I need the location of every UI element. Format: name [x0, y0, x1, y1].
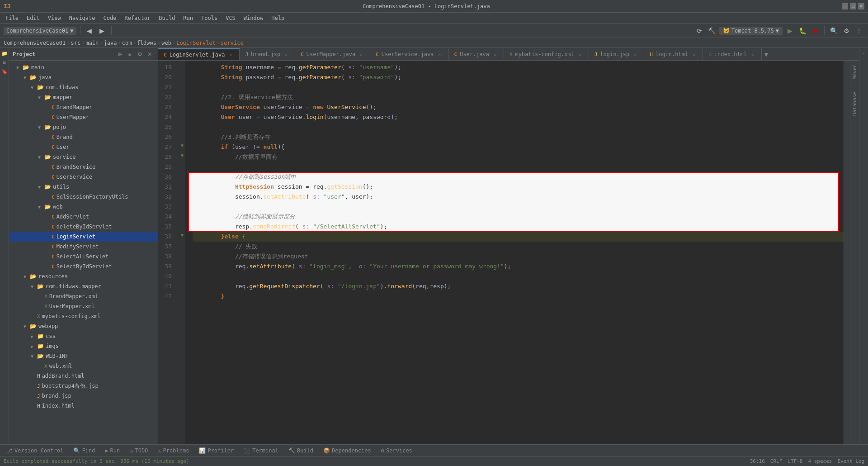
tree-selectallservlet[interactable]: ▶ C SelectAllServlet [9, 252, 158, 262]
tree-brand-jsp[interactable]: ▶ J brand.jsp [9, 391, 158, 401]
tree-brandservice[interactable]: ▶ C BrandService [9, 162, 158, 172]
bottom-tab-find[interactable]: 🔍 Find [69, 446, 99, 456]
tree-mybatis-config[interactable]: ▶ X mybatis-config.xml [9, 311, 158, 321]
tree-imgs[interactable]: ▶ 📁 imgs [9, 341, 158, 351]
database-label[interactable]: Database [852, 90, 858, 118]
tab-login-jsp[interactable]: J login.jsp ✕ [589, 48, 645, 60]
tab-mybatis[interactable]: X mybatis-config.xml ✕ [504, 48, 589, 60]
panel-collapse-button[interactable]: ≡ [125, 50, 134, 59]
tab-close-userservice[interactable]: ✕ [436, 51, 443, 57]
project-icon[interactable]: 📁 [1, 50, 8, 57]
tree-bootstrap4-jsp[interactable]: ▶ J bootstrap4备份.jsp [9, 381, 158, 391]
tab-close-login-jsp[interactable]: ✕ [632, 51, 638, 57]
tab-close-user[interactable]: ✕ [492, 51, 498, 57]
tree-main[interactable]: ▼ 📂 main [9, 62, 158, 72]
breadcrumb-fldwws[interactable]: fldwws [137, 40, 156, 46]
breadcrumb-web[interactable]: web [161, 40, 171, 46]
tree-sqlsessionfactory[interactable]: ▶ C SqlSessionFactoryUtils [9, 192, 158, 202]
bottom-tab-version-control[interactable]: ⎇ Version Control [2, 446, 68, 456]
tomcat-selector[interactable]: 🐱 Tomcat 8.5.75 ▼ [719, 27, 783, 35]
tree-java[interactable]: ▼ 📂 java [9, 72, 158, 82]
navigate-back-button[interactable]: ◀ [84, 25, 95, 36]
tree-index-html[interactable]: ▶ H index.html [9, 401, 158, 411]
tree-web-xml[interactable]: ▶ X web.xml [9, 361, 158, 371]
tree-addservlet[interactable]: ▶ C AddServlet [9, 212, 158, 222]
breadcrumb-java[interactable]: java [104, 40, 117, 46]
code-content[interactable]: String username = req.getParameter( s: "… [185, 61, 844, 444]
menu-vcs[interactable]: VCS [222, 14, 239, 22]
bottom-tab-dependencies[interactable]: 📦 Dependencies [319, 446, 376, 456]
tree-webinf[interactable]: ▼ 📂 WEB-INF [9, 351, 158, 361]
tab-close-usermapper[interactable]: ✕ [358, 51, 364, 57]
breadcrumb-loginservlet[interactable]: LoginServlet [176, 40, 216, 46]
menu-run[interactable]: Run [179, 14, 197, 22]
tree-service[interactable]: ▼ 📂 service [9, 152, 158, 162]
tree-web[interactable]: ▼ 📂 web [9, 202, 158, 212]
breadcrumb-src[interactable]: src [71, 40, 81, 46]
settings-button[interactable]: ⚙ [841, 25, 852, 36]
menu-window[interactable]: Window [240, 14, 267, 22]
tree-brandmapper-xml[interactable]: ▶ X BrandMapper.xml [9, 291, 158, 301]
tree-brand[interactable]: ▶ C Brand [9, 132, 158, 142]
tab-login-html[interactable]: H login.html ✕ [644, 48, 703, 60]
tree-modifyservlet[interactable]: ▶ C ModifyServlet [9, 242, 158, 252]
tree-webapp[interactable]: ▼ 📂 webapp [9, 321, 158, 331]
tab-close-loginservlet[interactable]: ✕ [227, 52, 234, 58]
bottom-tab-build[interactable]: 🔨 Build [284, 446, 318, 456]
bottom-tab-terminal[interactable]: ⬛ Terminal [239, 446, 283, 456]
tree-com-fldwws[interactable]: ▼ 📂 com.fldwws [9, 82, 158, 92]
tree-selectbyidservlet[interactable]: ▶ C SelectByIdServlet [9, 262, 158, 271]
tab-close-login-html[interactable]: ✕ [691, 51, 697, 57]
tree-deletebyidservlet[interactable]: ▶ C deleteByIdServlet [9, 222, 158, 232]
tab-close-index-html[interactable]: ✕ [750, 51, 756, 57]
more-button[interactable]: ⋮ [854, 25, 864, 36]
tab-usermapper[interactable]: C UserMapper.java ✕ [295, 48, 370, 60]
tree-css[interactable]: ▶ 📁 css [9, 331, 158, 341]
bottom-tab-services[interactable]: ⚙ Services [377, 446, 417, 456]
menu-edit[interactable]: Edit [23, 14, 43, 22]
sync-button[interactable]: ⟳ [694, 25, 705, 36]
tree-utils[interactable]: ▼ 📂 utils [9, 182, 158, 192]
tree-addbrand-html[interactable]: ▶ H addBrand.html [9, 371, 158, 381]
tree-mapper[interactable]: ▼ 📂 mapper [9, 92, 158, 102]
menu-view[interactable]: View [44, 14, 65, 22]
menu-tools[interactable]: Tools [198, 14, 221, 22]
menu-navigate[interactable]: Navigate [66, 14, 99, 22]
minimize-button[interactable]: ─ [842, 3, 848, 10]
scrollbar[interactable] [844, 61, 850, 444]
tab-user[interactable]: C User.java ✕ [448, 48, 504, 60]
tab-close-brand[interactable]: ✕ [283, 51, 289, 57]
navigate-forward-button[interactable]: ▶ [97, 25, 108, 36]
tab-more-button[interactable]: ▼ [762, 48, 771, 60]
breadcrumb-main[interactable]: main [85, 40, 99, 46]
tree-mapper-resources[interactable]: ▼ 📂 com.fldwws.mapper [9, 281, 158, 291]
maven-label[interactable]: Maven [852, 62, 858, 81]
tree-brandmapper[interactable]: ▶ C BrandMapper [9, 102, 158, 112]
menu-help[interactable]: Help [268, 14, 288, 22]
event-log-button[interactable]: Event Log [837, 458, 864, 464]
tree-pojo[interactable]: ▼ 📂 pojo [9, 122, 158, 132]
close-button[interactable]: ✕ [858, 3, 864, 10]
menu-file[interactable]: File [2, 14, 22, 22]
breadcrumb-service[interactable]: service [221, 40, 244, 46]
tree-user[interactable]: ▶ C User [9, 142, 158, 152]
run-tomcat-button[interactable]: ▶ [784, 25, 795, 36]
menu-refactor[interactable]: Refactor [121, 14, 154, 22]
structure-icon[interactable]: ≡ [1, 59, 8, 66]
bottom-tab-profiler[interactable]: 📊 Profiler [194, 446, 238, 456]
bookmarks-icon[interactable]: 🔖 [1, 68, 8, 75]
panel-locate-button[interactable]: ⊕ [115, 50, 124, 59]
breadcrumb-project[interactable]: ComprehensiveCase01 [4, 40, 66, 46]
tree-resources[interactable]: ▼ 📂 resources [9, 271, 158, 281]
tree-usermapper-xml[interactable]: ▶ X UserMapper.xml [9, 301, 158, 311]
tab-close-mybatis[interactable]: ✕ [577, 51, 583, 57]
error-stripe[interactable]: ✓ [859, 48, 868, 57]
tab-loginservlet[interactable]: C LoginServlet.java ✕ [158, 48, 240, 60]
tab-brand-jsp[interactable]: J brand.jsp ✕ [240, 48, 295, 60]
bottom-tab-problems[interactable]: ⚠ Problems [153, 446, 193, 456]
search-button[interactable]: 🔍 [828, 25, 839, 36]
bottom-tab-todo[interactable]: ☑ TODO [125, 446, 152, 456]
stop-button[interactable]: ■ [810, 25, 821, 36]
tree-usermapper[interactable]: ▶ C UserMapper [9, 112, 158, 122]
panel-close-button[interactable]: ✕ [145, 50, 154, 59]
